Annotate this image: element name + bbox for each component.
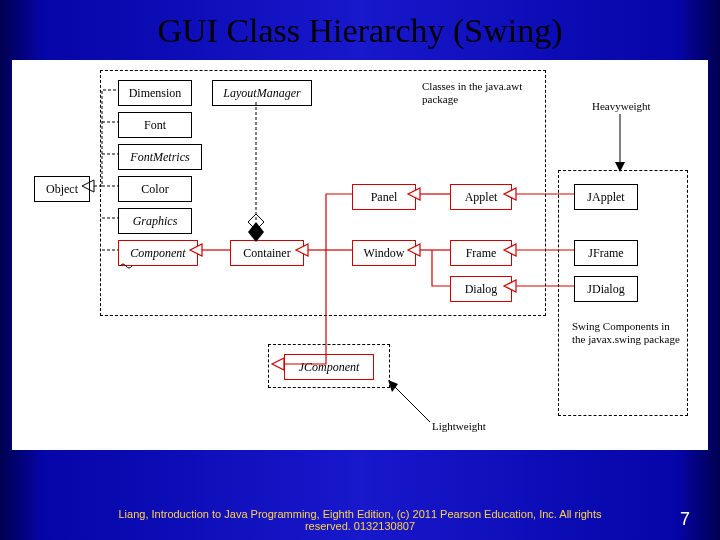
box-dialog: Dialog [450,276,512,302]
label-heavyweight: Heavyweight [592,100,651,113]
box-panel: Panel [352,184,416,210]
label-swing: Swing Components in the javax.swing pack… [572,320,682,345]
box-font: Font [118,112,192,138]
box-fontmetrics: FontMetrics [118,144,202,170]
footer-text: Liang, Introduction to Java Programming,… [100,508,620,532]
label-awt: Classes in the java.awt package [422,80,542,105]
box-frame: Frame [450,240,512,266]
page-number: 7 [680,509,690,530]
box-jdialog: JDialog [574,276,638,302]
box-layoutmanager: LayoutManager [212,80,312,106]
diagram-canvas: Classes in the java.awt package Heavywei… [12,60,708,450]
box-applet: Applet [450,184,512,210]
box-color: Color [118,176,192,202]
box-component: Component [118,240,198,266]
box-japplet: JApplet [574,184,638,210]
slide-root: GUI Class Hierarchy (Swing) Classes in t… [0,0,720,540]
box-jframe: JFrame [574,240,638,266]
box-container: Container [230,240,304,266]
box-graphics: Graphics [118,208,192,234]
box-jcomponent: JComponent [284,354,374,380]
box-dimension: Dimension [118,80,192,106]
box-object: Object [34,176,90,202]
page-title: GUI Class Hierarchy (Swing) [0,12,720,50]
label-lightweight: Lightweight [432,420,486,433]
box-window: Window [352,240,416,266]
